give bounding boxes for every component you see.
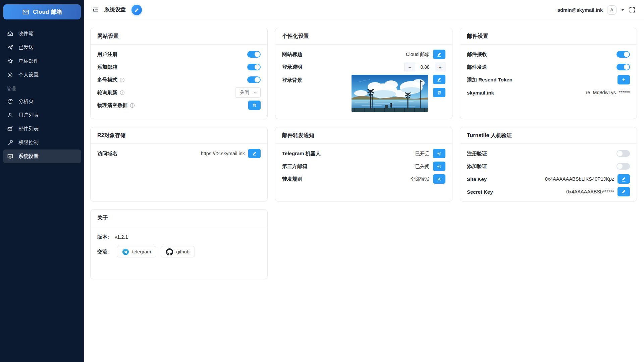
stepper-increase-button[interactable]: +	[435, 62, 445, 72]
user-register-toggle[interactable]	[247, 51, 261, 58]
row-version: 版本: v1.2.1	[97, 230, 261, 244]
edit-login-background-button[interactable]	[433, 75, 445, 84]
info-icon	[120, 90, 125, 95]
row-label: 邮件接收	[467, 51, 487, 58]
row-third-party-mail: 第三方邮箱 已关闭	[282, 160, 445, 173]
row-site-key: Site Key 0x4AAAAAABSbLfKS40P1JKpz	[467, 173, 630, 185]
register-verify-toggle[interactable]	[616, 150, 630, 157]
sidebar-item-label: 收件箱	[18, 31, 34, 37]
app-logo[interactable]: Cloud 邮箱	[3, 4, 81, 19]
row-label: 邮件发送	[467, 64, 487, 70]
mail-receive-toggle[interactable]	[616, 51, 630, 58]
add-mailbox-toggle[interactable]	[247, 64, 261, 70]
sidebar-item-sent[interactable]: 已发送	[3, 41, 81, 54]
sidebar-item-users[interactable]: 用户列表	[3, 108, 81, 122]
sidebar-item-mail-list[interactable]: 邮件列表	[3, 122, 81, 136]
row-label: 网站标题	[282, 51, 302, 58]
info-icon	[130, 103, 135, 108]
github-icon	[166, 248, 173, 255]
gear-icon	[7, 72, 13, 78]
access-domain-value: https://r2.skymail.ink	[201, 151, 245, 156]
row-label: 用户注册	[97, 51, 117, 58]
edit-title-button[interactable]	[131, 5, 142, 15]
card-title: R2对象存储	[97, 132, 125, 139]
sidebar-item-label: 邮件列表	[18, 126, 39, 132]
sidebar-item-label: 个人设置	[18, 72, 39, 78]
row-label: 添加 Resend Token	[467, 77, 513, 83]
chevron-down-icon	[253, 90, 257, 95]
row-label: Telegram 机器人	[282, 150, 321, 157]
edit-site-key-button[interactable]	[618, 174, 630, 184]
row-label: 访问域名	[97, 150, 117, 157]
row-forward-rule: 转发规则 全部转发	[282, 173, 445, 185]
avatar[interactable]: A	[607, 5, 616, 15]
app-logo-text: Cloud 邮箱	[33, 8, 62, 16]
trash-icon	[437, 90, 442, 95]
collapse-sidebar-icon[interactable]	[91, 6, 100, 14]
third-party-settings-button[interactable]	[433, 162, 445, 171]
sidebar-section-admin: 管理	[3, 82, 81, 95]
pie-chart-icon	[7, 98, 13, 105]
row-label: Site Key	[467, 176, 487, 182]
sidebar-item-analytics[interactable]: 分析页	[3, 95, 81, 108]
card-title: 邮件转发通知	[282, 132, 314, 139]
info-icon	[120, 77, 125, 82]
card-forward-notify: 邮件转发通知 Telegram 机器人 已开启 第三方邮箱 已关闭 转发规则	[275, 127, 452, 201]
sidebar-item-permissions[interactable]: 权限控制	[3, 136, 81, 149]
delete-login-background-button[interactable]	[433, 88, 445, 97]
purge-data-button[interactable]	[248, 101, 261, 110]
card-email-settings: 邮件设置 邮件接收 邮件发送 添加 Resend Token + skymail…	[460, 28, 637, 119]
chevron-down-icon[interactable]	[621, 8, 625, 12]
sidebar-item-label: 权限控制	[18, 139, 39, 146]
card-website-settings: 网站设置 用户注册 添加邮箱 多号模式	[90, 28, 268, 119]
version-label: 版本:	[97, 234, 115, 240]
login-opacity-value[interactable]: 0.88	[415, 62, 435, 72]
sidebar-item-label: 已发送	[18, 44, 34, 51]
sidebar-item-starred[interactable]: 星标邮件	[3, 54, 81, 68]
mail-send-toggle[interactable]	[616, 64, 630, 70]
login-opacity-stepper: − 0.88 +	[405, 62, 445, 72]
key-icon	[7, 139, 13, 146]
edit-secret-key-button[interactable]	[618, 187, 630, 196]
edit-pen-icon	[437, 52, 442, 57]
github-link-button[interactable]: github	[161, 246, 195, 257]
trash-icon	[252, 103, 257, 108]
stepper-decrease-button[interactable]: −	[405, 62, 415, 72]
edit-site-title-button[interactable]	[433, 50, 445, 59]
row-label: 物理清空数据	[97, 102, 135, 109]
sidebar-item-personal-settings[interactable]: 个人设置	[3, 68, 81, 82]
row-label: 添加邮箱	[97, 64, 117, 70]
sidebar-item-label: 分析页	[18, 98, 34, 105]
star-icon	[7, 58, 13, 65]
poll-refresh-select[interactable]: 关闭	[235, 87, 261, 98]
row-site-title: 网站标题 Cloud 邮箱	[282, 48, 445, 61]
fullscreen-icon[interactable]	[629, 7, 635, 13]
row-mail-receive: 邮件接收	[467, 48, 630, 61]
forward-rule-settings-button[interactable]	[433, 174, 445, 184]
row-contact: 交流: telegram github	[97, 244, 261, 259]
login-background-thumbnail	[352, 75, 428, 112]
edit-pen-icon	[621, 189, 626, 194]
row-login-opacity: 登录透明 − 0.88 +	[282, 61, 445, 73]
select-value: 关闭	[240, 89, 249, 96]
row-label: 多号模式	[97, 77, 125, 83]
telegram-bot-settings-button[interactable]	[433, 149, 445, 158]
telegram-link-button[interactable]: telegram	[117, 246, 156, 257]
row-mail-send: 邮件发送	[467, 61, 630, 73]
add-verify-toggle[interactable]	[616, 163, 630, 170]
row-telegram-bot: Telegram 机器人 已开启	[282, 147, 445, 160]
multi-account-toggle[interactable]	[247, 76, 261, 83]
edit-access-domain-button[interactable]	[248, 149, 261, 158]
sidebar-item-inbox[interactable]: 收件箱	[3, 27, 81, 41]
row-register-verify: 注册验证	[467, 147, 630, 160]
monitor-check-icon	[7, 153, 13, 160]
card-r2-storage: R2对象存储 访问域名 https://r2.skymail.ink	[90, 127, 268, 201]
secret-key-value: 0x4AAAAAABSb******	[566, 189, 614, 194]
add-resend-token-button[interactable]: +	[618, 75, 630, 84]
contact-label: 交流:	[97, 249, 115, 255]
third-party-status: 已关闭	[415, 163, 430, 170]
sidebar-item-system-settings[interactable]: 系统设置	[3, 149, 81, 163]
row-multi-account: 多号模式	[97, 73, 261, 86]
gear-icon	[437, 151, 442, 156]
edit-pen-icon	[252, 151, 257, 156]
